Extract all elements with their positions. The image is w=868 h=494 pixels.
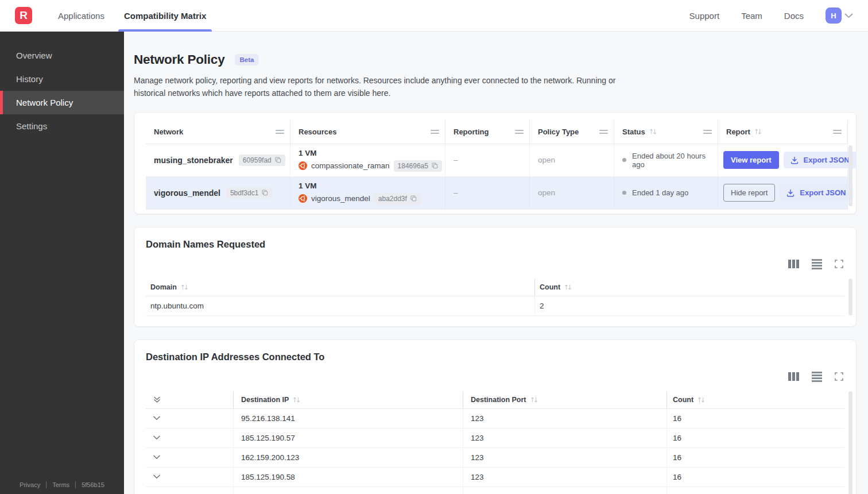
reporting-value: – [454,188,458,197]
copy-icon [275,157,281,163]
page-description: Manage network policy, reporting and vie… [134,74,642,100]
networks-card: Network Resources Reporting Policy Type … [134,112,857,214]
sidebar-item-history[interactable]: History [0,67,124,91]
expand-row-button[interactable] [146,487,233,494]
column-resize-handle[interactable] [599,130,608,134]
sort-icon[interactable] [564,284,572,291]
sidebar: Overview History Network Policy Settings… [0,32,124,494]
destination-ips-card: Destination IP Addresses Connected To De… [134,339,857,494]
domain-row[interactable]: ntp.ubuntu.com 2 [146,296,844,316]
column-label: Count [673,396,693,404]
fullscreen-icon[interactable] [835,260,843,268]
sidebar-item-overview[interactable]: Overview [0,44,124,67]
ip-row[interactable]: 162.159.200.123 123 16 [146,448,844,468]
column-header-resources[interactable]: Resources [290,120,445,144]
column-header-reporting[interactable]: Reporting [445,120,530,144]
sidebar-item-network-policy[interactable]: Network Policy [0,91,124,114]
column-header-destination-ip[interactable]: Destination IP [233,391,463,408]
column-header-network[interactable]: Network [146,120,290,144]
tab-applications[interactable]: Applications [48,0,114,32]
column-label: Domain [150,283,177,291]
ip-row[interactable]: 95.216.100.21 123 16 [146,487,844,494]
privacy-link[interactable]: Privacy [20,481,40,488]
column-header-policy-type[interactable]: Policy Type [530,120,614,144]
columns-icon[interactable] [788,372,799,381]
fullscreen-icon[interactable] [835,372,843,381]
network-id-badge[interactable]: 60959fad [239,155,285,166]
column-resize-handle[interactable] [431,130,439,134]
export-json-button[interactable]: Export JSON [780,184,852,201]
link-docs[interactable]: Docs [784,11,804,21]
sidebar-item-settings[interactable]: Settings [0,114,124,138]
vm-id-badge[interactable]: 184696a5 [394,160,442,172]
navbar-right: Support Team Docs H [689,7,853,24]
table-scrollbar[interactable] [848,145,852,206]
sort-icon[interactable] [293,396,300,403]
expand-row-button[interactable] [146,468,233,487]
expand-all-button[interactable] [146,391,233,408]
terms-link[interactable]: Terms [52,481,69,488]
sort-icon[interactable] [698,396,705,403]
list-view-icon[interactable] [812,372,822,382]
sort-icon[interactable] [530,396,538,403]
sort-icon[interactable] [649,128,657,135]
app-logo[interactable]: R [15,7,32,24]
column-header-destination-port[interactable]: Destination Port [463,391,666,408]
column-header-domain[interactable]: Domain [146,279,534,296]
domain-cell: ntp.ubuntu.com [146,296,534,315]
ip-row[interactable]: 185.125.190.58 123 16 [146,468,844,487]
sort-icon[interactable] [181,284,188,291]
table-scrollbar[interactable] [848,391,852,494]
vm-id-badge[interactable]: aba2dd3f [374,193,421,204]
column-header-count[interactable]: Count [534,279,846,296]
network-row[interactable]: musing_stonebraker 60959fad 1 VM compass… [146,144,848,177]
link-support[interactable]: Support [689,11,720,21]
network-name: vigorous_mendel [154,188,220,198]
tab-compatibility-matrix[interactable]: Compatibility Matrix [114,0,216,32]
hide-report-button[interactable]: Hide report [723,184,775,202]
expand-row-button[interactable] [146,429,233,447]
columns-icon[interactable] [788,260,799,268]
domains-card-title: Domain Names Requested [146,239,844,250]
reporting-cell: – [445,144,530,176]
column-label: Status [622,128,645,136]
user-menu[interactable]: H [826,7,853,24]
expand-row-button[interactable] [146,448,233,467]
chevron-down-icon [153,474,160,479]
status-dot-icon [622,191,626,195]
view-report-button[interactable]: View report [723,151,779,169]
column-resize-handle[interactable] [276,130,284,134]
column-resize-handle[interactable] [515,130,524,134]
column-header-report[interactable]: Report [718,120,848,144]
link-team[interactable]: Team [741,11,762,21]
column-resize-handle[interactable] [703,130,712,134]
chevron-down-icon [153,435,160,440]
list-view-icon[interactable] [812,259,822,269]
column-label: Destination IP [241,396,289,404]
network-row-selected[interactable]: vigorous_mendel 5bdf3dc1 1 VM vigorous_m… [146,177,848,210]
column-header-status[interactable]: Status [614,120,718,144]
table-scrollbar[interactable] [848,279,852,315]
vm-count: 1 VM [299,182,317,190]
count-cell: 2 [534,296,846,315]
export-json-button[interactable]: Export JSON [784,152,857,168]
export-json-label: Export JSON [800,188,846,197]
ip-row[interactable]: 95.216.138.141 123 16 [146,409,844,429]
vm-id: aba2dd3f [378,195,407,203]
column-header-count[interactable]: Count [666,391,846,408]
network-id-badge[interactable]: 5bdf3dc1 [226,187,272,199]
ip-row[interactable]: 185.125.190.57 123 16 [146,429,844,448]
ips-card-title: Destination IP Addresses Connected To [146,352,844,362]
network-id: 5bdf3dc1 [230,189,258,197]
column-label: Resources [299,128,336,136]
status-text: Ended 1 day ago [632,188,688,197]
copy-icon [432,163,438,169]
ubuntu-icon [299,194,307,203]
policy-type-value: open [538,188,555,197]
table-toolbar [146,259,844,269]
sort-icon[interactable] [754,128,762,135]
build-version: 5f56b15 [82,481,104,488]
expand-row-button[interactable] [146,409,233,428]
reporting-cell: – [445,177,530,209]
column-resize-handle[interactable] [833,130,842,134]
